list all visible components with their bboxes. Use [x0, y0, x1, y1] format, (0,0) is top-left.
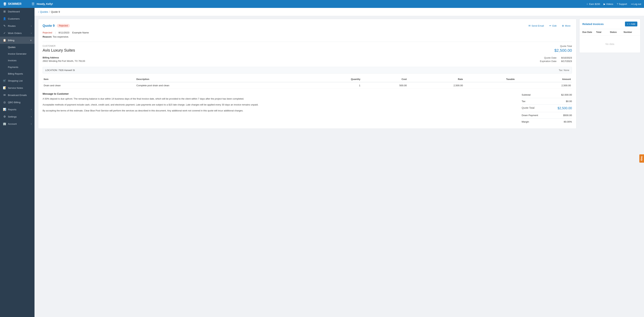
sidebar-item-qbo-billing[interactable]: ◎ QBO Billing — [0, 99, 34, 106]
cell-cost: 500.00 — [362, 82, 408, 89]
breadcrumb-current: Quote 9 — [51, 10, 60, 13]
down-payment-row: Down Payment $500.00 — [522, 113, 572, 118]
quote-total-label: Quote Total — [554, 45, 572, 48]
sidebar-item-work-orders[interactable]: ✓ Work Orders › — [0, 30, 34, 37]
tax-row: Tax $0.00 — [522, 99, 572, 104]
breadcrumb-separator: / — [49, 10, 50, 13]
sidebar: ⊞ Dashboard 👤 Customers ✎ Routes › ✓ Wor… — [0, 8, 34, 317]
videos-link[interactable]: ▶ Videos — [604, 3, 613, 6]
meta-status: Rejected — [42, 31, 52, 34]
breadcrumb-back-icon: ‹ — [38, 10, 39, 13]
message-para-1: A 50% deposit is due upfront. The remain… — [42, 97, 517, 101]
content-area: Quote 9 Rejected ✉ Send Email ✏ Edit — [34, 16, 644, 132]
reason-label: Reason: — [42, 36, 52, 38]
cell-taxable — [464, 82, 516, 89]
message-block: Message to Customer A 50% deposit is due… — [42, 92, 517, 124]
margin-value: 80.00% — [564, 120, 572, 123]
quote-title: Quote 9 — [42, 24, 54, 28]
sidebar-item-quotes[interactable]: Quotes — [0, 44, 34, 50]
support-link[interactable]: ? Support — [617, 3, 627, 6]
sidebar-item-reports[interactable]: 📊 Reports › — [0, 106, 34, 113]
chevron-right-icon-account: › — [31, 123, 32, 125]
earn-link[interactable]: ☆ Earn $150 — [586, 3, 600, 6]
sidebar-item-broadcast-emails[interactable]: ✉ Broadcast Emails — [0, 92, 34, 99]
meta-name: Example Name — [72, 31, 89, 34]
status-badge: Rejected — [57, 24, 70, 28]
sidebar-item-payments[interactable]: Payments — [0, 64, 34, 70]
sidebar-label-qbo-billing: QBO Billing — [8, 101, 20, 104]
meta-date: 8/11/2023 — [58, 31, 69, 34]
qbo-billing-icon: ◎ — [3, 101, 6, 104]
sidebar-label-invoice-generator: Invoice Generator — [8, 52, 26, 55]
sidebar-label-dashboard: Dashboard — [8, 10, 20, 13]
table-row: Drain and clean Complete pool drain and … — [42, 82, 572, 89]
col-amount: Amount — [516, 76, 572, 82]
sidebar-label-quotes: Quotes — [8, 46, 16, 48]
dashboard-icon: ⊞ — [3, 10, 6, 13]
sidebar-item-invoice-generator[interactable]: Invoice Generator — [0, 50, 34, 57]
help-tab[interactable]: Help — [639, 154, 644, 163]
sidebar-item-routes[interactable]: ✎ Routes › — [0, 22, 34, 30]
chevron-right-icon-settings: › — [31, 116, 32, 118]
related-invoices-title: Related Invoices — [582, 22, 604, 26]
add-invoice-button[interactable]: + + Add — [625, 22, 637, 26]
send-email-button[interactable]: ✉ Send Email — [527, 23, 545, 28]
sidebar-item-settings[interactable]: ⚙ Settings › — [0, 113, 34, 120]
sidebar-item-billing-reports[interactable]: Billing Reports — [0, 70, 34, 77]
sidebar-item-customers[interactable]: 👤 Customers — [0, 15, 34, 22]
sidebar-item-service-notes[interactable]: 📝 Service Notes — [0, 84, 34, 92]
billing-address-text: 2602 Winding Rd Fort Worth, TX 76133 — [42, 60, 85, 62]
sidebar-item-shopping-list[interactable]: 🛒 Shopping List — [0, 77, 34, 84]
help-icon: ? — [617, 3, 618, 6]
sidebar-label-work-orders: Work Orders — [8, 32, 22, 34]
sidebar-item-account[interactable]: 🏢 Account › — [0, 120, 34, 128]
tax-label: Tax — [522, 100, 526, 102]
hamburger-icon[interactable]: ☰ — [32, 2, 34, 6]
sidebar-item-billing[interactable]: 📋 Billing ∨ — [0, 37, 34, 44]
quote-total-row: Quote Total $2,500.00 — [522, 105, 572, 111]
address-block: Billing Address 2602 Winding Rd Fort Wor… — [42, 56, 85, 63]
sidebar-label-settings: Settings — [8, 115, 17, 118]
email-icon: ✉ — [528, 24, 530, 27]
sidebar-item-dashboard[interactable]: ⊞ Dashboard — [0, 8, 34, 15]
sidebar-item-invoices[interactable]: Invoices — [0, 57, 34, 64]
chevron-down-icon: ∨ — [30, 39, 32, 42]
quote-panel: Quote 9 Rejected ✉ Send Email ✏ Edit — [38, 19, 576, 129]
margin-row: Margin 80.00% — [522, 119, 572, 124]
message-para-3: By accepting the terms of this estimate,… — [42, 109, 517, 113]
app-logo: SKIMMER — [3, 2, 32, 6]
subtotal-label: Subtotal — [522, 94, 530, 96]
main-content: ‹ Quotes / Quote 9 Quote 9 Rejected ✉ — [34, 8, 644, 317]
qt-label: Quote Total — [522, 106, 534, 110]
logout-link[interactable]: ⇥ Log out — [631, 3, 641, 6]
sidebar-label-broadcast-emails: Broadcast Emails — [8, 94, 27, 96]
col-due-date: Due Date — [582, 31, 596, 34]
tax-text: Tax: None — [559, 69, 569, 72]
cell-item: Drain and clean — [42, 82, 135, 89]
more-button[interactable]: ⊕ More — [560, 23, 572, 28]
bottom-section: Message to Customer A 50% deposit is due… — [42, 92, 572, 124]
topnav-actions: ☆ Earn $150 ▶ Videos ? Support ⇥ Log out — [586, 3, 641, 6]
quote-total-value: $2,500.00 — [554, 48, 572, 53]
col-taxable: Taxable — [464, 76, 516, 82]
breadcrumb-parent-link[interactable]: Quotes — [40, 10, 48, 13]
sidebar-label-invoices: Invoices — [8, 59, 16, 62]
settings-icon: ⚙ — [3, 115, 6, 118]
location-bar: LOCATION: 7926 Harwell St Tax: None — [42, 67, 572, 74]
reason-text: Too expensive. — [53, 36, 69, 38]
cell-quantity: 1 — [305, 82, 362, 89]
quote-title-row: Quote 9 Rejected — [42, 24, 70, 28]
col-item: Item — [42, 76, 135, 82]
chevron-right-icon-wo: › — [31, 32, 32, 34]
quote-meta: Rejected | 8/11/2023 Example Name — [42, 31, 572, 34]
edit-button[interactable]: ✏ Edit — [548, 23, 558, 28]
expiration-date-label: Expiration Date — [540, 60, 556, 62]
down-payment-value: $500.00 — [563, 114, 572, 117]
reason-row: Reason: Too expensive. — [42, 36, 572, 38]
chevron-right-icon: › — [31, 25, 32, 27]
star-icon: ☆ — [586, 3, 588, 6]
col-status: Status — [610, 31, 624, 34]
logo-text: SKIMMER — [8, 2, 22, 6]
right-panel: Related Invoices + + Add Due Date Total … — [579, 19, 640, 129]
chevron-right-icon-reports: › — [31, 108, 32, 110]
